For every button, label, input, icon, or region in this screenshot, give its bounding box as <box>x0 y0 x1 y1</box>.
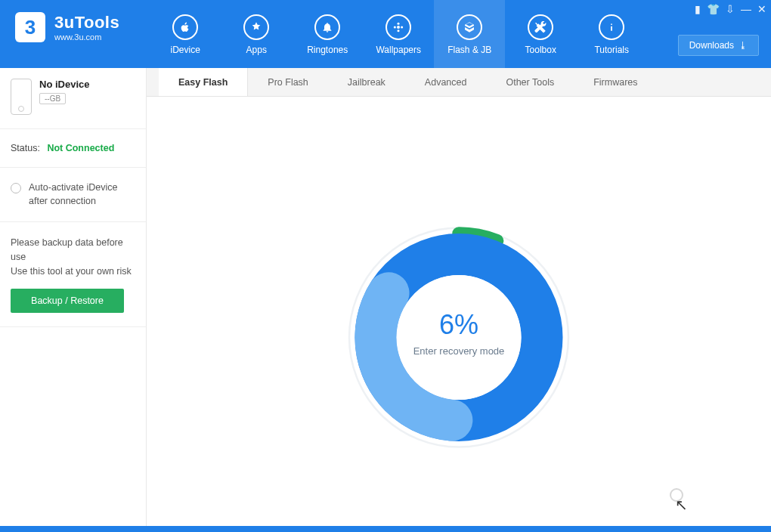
nav-ringtones[interactable]: Ringtones <box>292 0 363 68</box>
downloads-button[interactable]: Downloads ⭳ <box>678 35 759 56</box>
brand-name: 3uTools <box>54 13 119 32</box>
device-summary: No iDevice --GB <box>0 68 146 129</box>
minimize-icon[interactable]: — <box>741 3 751 15</box>
auto-activate-toggle[interactable]: Auto-activate iDevice after connection <box>0 168 146 222</box>
sidebar: No iDevice --GB Status: Not Connected Au… <box>0 68 147 526</box>
svg-point-0 <box>397 26 400 29</box>
downloads-label: Downloads <box>689 40 734 51</box>
progress-donut: 6% Enter recovery mode <box>345 224 572 356</box>
nav-flash-jb[interactable]: Flash & JB <box>434 0 505 68</box>
subtab-jailbreak[interactable]: Jailbreak <box>328 68 405 96</box>
nav-apps[interactable]: Apps <box>221 0 292 68</box>
nav-label: Ringtones <box>307 45 348 55</box>
subtab-advanced[interactable]: Advanced <box>405 68 487 96</box>
pin-icon[interactable]: ⇩ <box>726 3 735 15</box>
main-panel: 6% Enter recovery mode ↖ <box>147 97 771 526</box>
appstore-icon <box>243 14 269 40</box>
nav-label: Flash & JB <box>447 45 491 55</box>
tools-icon <box>528 14 553 40</box>
info-icon <box>599 14 624 40</box>
top-nav: iDevice Apps Ringtones Wallpapers Flash … <box>150 0 647 68</box>
radio-empty-icon <box>11 183 21 193</box>
nav-label: Wallpapers <box>376 45 421 55</box>
svg-point-2 <box>398 29 400 32</box>
svg-point-4 <box>401 26 403 28</box>
tshirt-icon[interactable]: 👕 <box>707 3 720 15</box>
brand-url: www.3u.com <box>54 32 119 42</box>
window-controls: ▮ 👕 ⇩ — ✕ <box>695 3 766 15</box>
nav-toolbox[interactable]: Toolbox <box>505 0 576 68</box>
close-icon[interactable]: ✕ <box>757 3 766 15</box>
backup-warning-1: Please backup data before use <box>11 236 135 264</box>
flower-icon <box>386 14 411 40</box>
svg-point-1 <box>398 23 400 25</box>
chat-icon[interactable]: ▮ <box>695 3 701 15</box>
device-name: No iDevice <box>39 79 89 90</box>
nav-wallpapers[interactable]: Wallpapers <box>363 0 434 68</box>
auto-activate-label: Auto-activate iDevice after connection <box>29 181 135 208</box>
download-arrow-icon: ⭳ <box>738 40 748 51</box>
nav-label: Toolbox <box>525 45 556 55</box>
phone-icon <box>11 79 32 115</box>
titlebar: 3 3uTools www.3u.com iDevice Apps Ringto… <box>0 0 771 68</box>
apple-icon <box>172 14 198 40</box>
app-logo: 3 3uTools www.3u.com <box>15 12 119 42</box>
backup-restore-button[interactable]: Backup / Restore <box>11 289 124 313</box>
bell-icon <box>314 14 340 40</box>
subtab-other-tools[interactable]: Other Tools <box>486 68 574 96</box>
logo-badge-icon: 3 <box>15 12 45 42</box>
box-icon <box>457 14 482 40</box>
subtab-pro-flash[interactable]: Pro Flash <box>248 68 328 96</box>
status-value: Not Connected <box>47 143 114 153</box>
nav-label: iDevice <box>171 45 200 55</box>
nav-idevice[interactable]: iDevice <box>150 0 221 68</box>
nav-tutorials[interactable]: Tutorials <box>576 0 647 68</box>
status-label: Status: <box>11 143 40 153</box>
subtab-firmwares[interactable]: Firmwares <box>574 68 657 96</box>
svg-point-3 <box>394 26 396 28</box>
subtab-easy-flash[interactable]: Easy Flash <box>159 68 248 96</box>
footer-bar <box>0 526 771 532</box>
backup-warning-2: Use this tool at your own risk <box>11 264 135 279</box>
nav-label: Tutorials <box>594 45 629 55</box>
loading-spinner-icon <box>670 488 683 502</box>
nav-label: Apps <box>246 45 267 55</box>
device-capacity: --GB <box>39 93 66 104</box>
